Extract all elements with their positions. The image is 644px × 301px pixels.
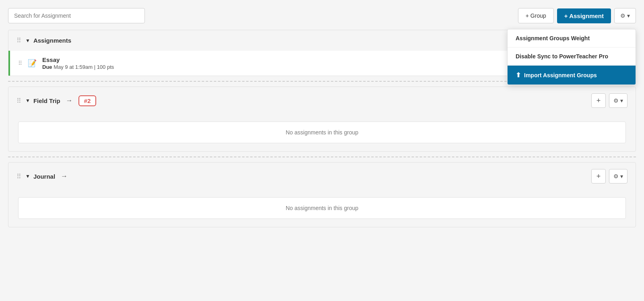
- due-label: Due: [42, 64, 52, 70]
- group-field-trip: ⠿ ▼ Field Trip → #2 + ⚙ ▾ No assignments…: [8, 87, 636, 152]
- dropdown-arrow-icon: ▾: [627, 12, 630, 19]
- collapse-icon[interactable]: ▼: [25, 38, 30, 43]
- section-divider-2: [8, 157, 636, 157]
- group-title-journal: Journal: [33, 173, 55, 180]
- assignment-separator: |: [94, 64, 97, 70]
- group-title-assignments: Assignments: [33, 37, 71, 44]
- journal-gear-icon: ⚙: [613, 173, 619, 179]
- dropdown-item-assignment-groups-weight[interactable]: Assignment Groups Weight: [508, 29, 636, 47]
- drag-handle-journal-icon: ⠿: [17, 173, 21, 180]
- assignment-edit-icon: 📝: [28, 59, 37, 68]
- drag-handle-field-trip-icon: ⠿: [17, 97, 21, 105]
- drag-handle-icon: ⠿: [17, 37, 21, 44]
- field-trip-empty-text: No assignments in this group: [18, 122, 626, 143]
- journal-group-body: No assignments in this group: [8, 190, 636, 227]
- toolbar: + Group + Assignment ⚙ ▾ Assignment Grou…: [8, 8, 636, 23]
- group-journal-header: ⠿ ▼ Journal → + ⚙ ▾: [8, 163, 636, 190]
- group-title-field-trip: Field Trip: [33, 97, 60, 104]
- group-field-trip-header: ⠿ ▼ Field Trip → #2 + ⚙ ▾: [8, 87, 636, 114]
- gear-dropdown-button[interactable]: ⚙ ▾: [614, 8, 636, 23]
- dropdown-item-import-assignment-groups[interactable]: ⬆ Import Assignment Groups: [508, 66, 636, 85]
- dropdown-item-disable-sync[interactable]: Disable Sync to PowerTeacher Pro: [508, 47, 636, 65]
- journal-group-actions: + ⚙ ▾: [591, 169, 627, 183]
- field-trip-dropdown-arrow-icon: ▾: [620, 97, 623, 104]
- collapse-field-trip-icon[interactable]: ▼: [25, 98, 30, 103]
- export-field-trip-icon: →: [66, 97, 73, 105]
- journal-empty-text: No assignments in this group: [18, 197, 626, 219]
- journal-dropdown-arrow-icon: ▾: [620, 173, 623, 179]
- group-journal: ⠿ ▼ Journal → + ⚙ ▾ No assignments in th…: [8, 162, 636, 227]
- search-input[interactable]: [8, 8, 145, 23]
- assignment-points: 100 pts: [97, 64, 114, 70]
- collapse-journal-icon[interactable]: ▼: [25, 173, 30, 179]
- toolbar-right: + Group + Assignment ⚙ ▾ Assignment Grou…: [518, 8, 636, 23]
- badge-number-2: #2: [78, 95, 97, 106]
- import-icon: ⬆: [516, 71, 521, 79]
- field-trip-group-body: No assignments in this group: [8, 114, 636, 151]
- field-trip-gear-icon: ⚙: [613, 97, 619, 104]
- journal-add-button[interactable]: +: [591, 169, 606, 183]
- add-assignment-button[interactable]: + Assignment: [557, 8, 611, 23]
- field-trip-add-button[interactable]: +: [591, 93, 606, 108]
- journal-settings-button[interactable]: ⚙ ▾: [609, 169, 627, 183]
- gear-dropdown-menu: Assignment Groups Weight Disable Sync to…: [507, 29, 636, 85]
- add-group-button[interactable]: + Group: [518, 8, 554, 23]
- field-trip-group-actions: + ⚙ ▾: [591, 93, 627, 108]
- field-trip-settings-button[interactable]: ⚙ ▾: [609, 93, 627, 108]
- export-journal-icon: →: [61, 172, 68, 180]
- gear-icon: ⚙: [620, 12, 625, 19]
- assignment-drag-handle-icon: ⠿: [18, 60, 22, 66]
